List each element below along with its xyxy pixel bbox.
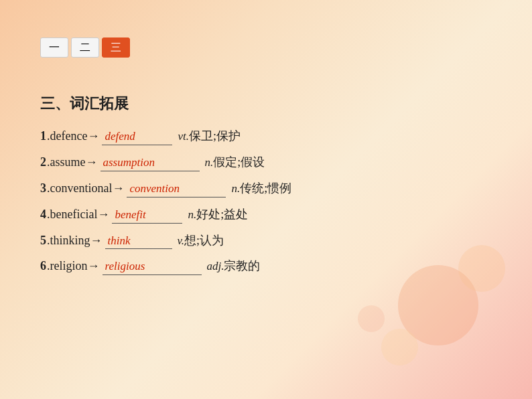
vocab-pos: adj.	[207, 260, 224, 272]
vocab-num: 5	[40, 230, 46, 251]
underline-container: defend	[102, 126, 172, 147]
vocab-row: 3. conventional→ convention n.传统;惯例	[40, 178, 492, 199]
vocab-list: 1. defence→ defend vt.保卫;保护 2. assume→ a…	[40, 126, 492, 276]
vocab-pos: n.	[231, 182, 240, 195]
vocab-prefix: defence→	[50, 126, 100, 147]
underline-container: convention	[127, 178, 226, 199]
vocab-prefix: assume→	[50, 152, 98, 173]
content-area: 三、词汇拓展 1. defence→ defend vt.保卫;保护 2. as…	[40, 94, 492, 276]
vocab-row: 1. defence→ defend vt.保卫;保护	[40, 126, 492, 147]
underline-container: religious	[103, 256, 202, 276]
filled-word: benefit	[112, 208, 148, 221]
vocab-pos: n.	[205, 156, 214, 169]
vocab-row: 2. assume→ assumption n.假定;假设	[40, 152, 492, 173]
vocab-num: 2	[40, 152, 46, 173]
filled-word: assumption	[101, 156, 157, 169]
underline-container: think	[105, 230, 172, 251]
underline-container: benefit	[112, 204, 182, 225]
vocab-definition: vt.保卫;保护	[178, 126, 241, 147]
vocab-definition: adj.宗教的	[207, 256, 261, 276]
vocab-num: 1	[40, 126, 46, 147]
filled-word: convention	[127, 182, 182, 195]
vocab-prefix: beneficial→	[50, 204, 110, 225]
vocab-prefix: conventional→	[50, 178, 125, 199]
vocab-row: 5. thinking→ think v.想;认为	[40, 230, 492, 251]
vocab-prefix: religion→	[50, 256, 100, 276]
tabs-bar: 一 二 三	[40, 37, 130, 58]
filled-word: religious	[103, 260, 148, 272]
vocab-num: 4	[40, 204, 46, 225]
vocab-num: 3	[40, 178, 46, 199]
vocab-row: 6. religion→ religious adj.宗教的	[40, 256, 492, 276]
vocab-pos: vt.	[178, 130, 189, 143]
filled-word: think	[105, 234, 133, 247]
vocab-definition: v.想;认为	[178, 230, 224, 251]
tab-3[interactable]: 三	[102, 37, 130, 58]
vocab-num: 6	[40, 256, 46, 276]
vocab-row: 4. beneficial→ benefit n.好处;益处	[40, 204, 492, 225]
vocab-pos: n.	[188, 208, 196, 221]
tab-1[interactable]: 一	[40, 37, 68, 58]
vocab-pos: v.	[178, 234, 185, 247]
underline-container: assumption	[101, 152, 200, 173]
vocab-prefix: thinking→	[50, 230, 103, 251]
filled-word: defend	[102, 130, 137, 143]
vocab-definition: n.假定;假设	[205, 152, 265, 173]
vocab-definition: n.好处;益处	[188, 204, 248, 225]
section-title: 三、词汇拓展	[40, 94, 492, 114]
vocab-definition: n.传统;惯例	[231, 178, 291, 199]
tab-2[interactable]: 二	[71, 37, 99, 58]
